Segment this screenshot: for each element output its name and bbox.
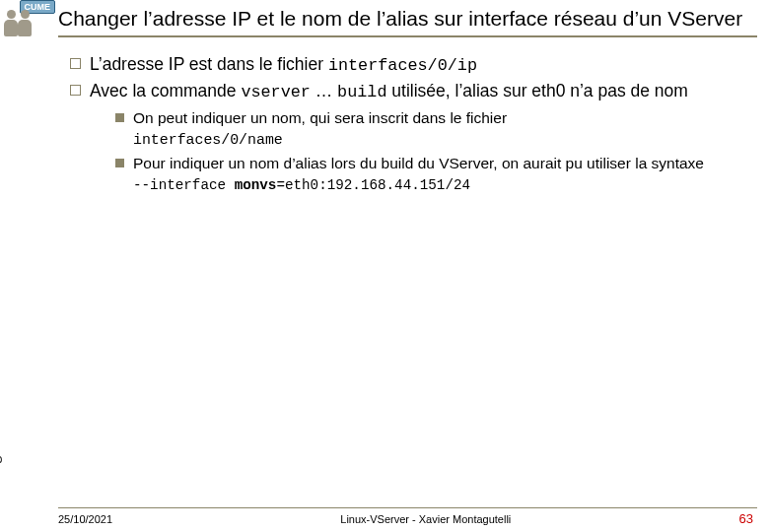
- footer-date: 25/10/2021: [58, 513, 112, 525]
- footer-title: Linux-VServer - Xavier Montagutelli: [112, 513, 738, 525]
- footer-rule: [58, 507, 757, 508]
- bullet-text: L’adresse IP est dans le fichier interfa…: [90, 53, 757, 78]
- sidebar-label: Stage CUME Virtualisation: [0, 286, 4, 489]
- title-block: Changer l’adresse IP et le nom de l’alia…: [58, 6, 757, 37]
- logo-cume: CUME: [0, 0, 57, 39]
- page-number: 63: [739, 511, 757, 526]
- square-open-icon: [70, 85, 81, 96]
- person-icon: [18, 10, 32, 36]
- content-area: L’adresse IP est dans le fichier interfa…: [58, 43, 757, 195]
- sub-bullet-item: Pour indiquer un nom d’alias lors du bui…: [115, 154, 757, 195]
- sub-bullet-text: On peut indiquer un nom, qui sera inscri…: [133, 108, 757, 150]
- footer: 25/10/2021 Linux-VServer - Xavier Montag…: [58, 507, 757, 526]
- square-fill-icon: [115, 159, 124, 167]
- sub-bullet-text: Pour indiquer un nom d’alias lors du bui…: [133, 154, 757, 195]
- bullet-item: L’adresse IP est dans le fichier interfa…: [60, 53, 757, 78]
- square-open-icon: [70, 58, 81, 69]
- sub-bullet-item: On peut indiquer un nom, qui sera inscri…: [115, 108, 757, 150]
- page-title: Changer l’adresse IP et le nom de l’alia…: [58, 6, 757, 32]
- bullet-text: Avec la commande vserver … build utilisé…: [90, 80, 757, 104]
- square-fill-icon: [115, 113, 124, 122]
- title-rule: [58, 35, 757, 37]
- slide-body: Changer l’adresse IP et le nom de l’alia…: [58, 6, 757, 504]
- person-icon: [4, 10, 18, 36]
- bullet-item: Avec la commande vserver … build utilisé…: [60, 80, 757, 104]
